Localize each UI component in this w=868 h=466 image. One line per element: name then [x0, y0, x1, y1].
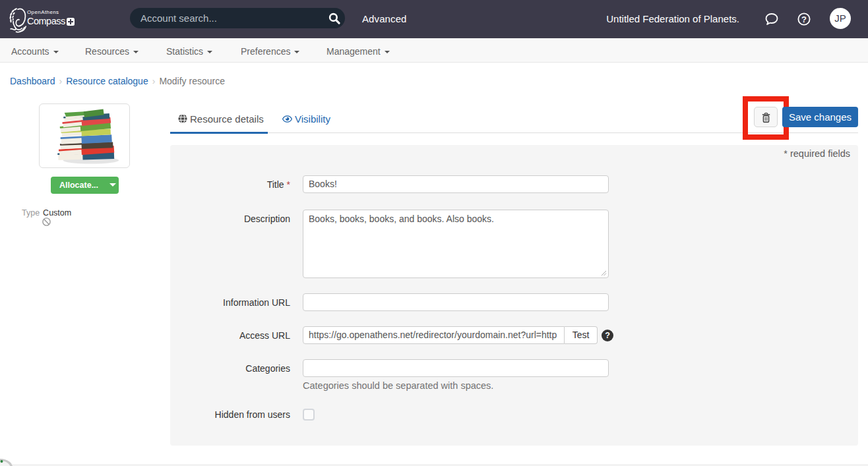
- svg-text:?: ?: [801, 15, 807, 24]
- svg-text:?: ?: [605, 331, 610, 340]
